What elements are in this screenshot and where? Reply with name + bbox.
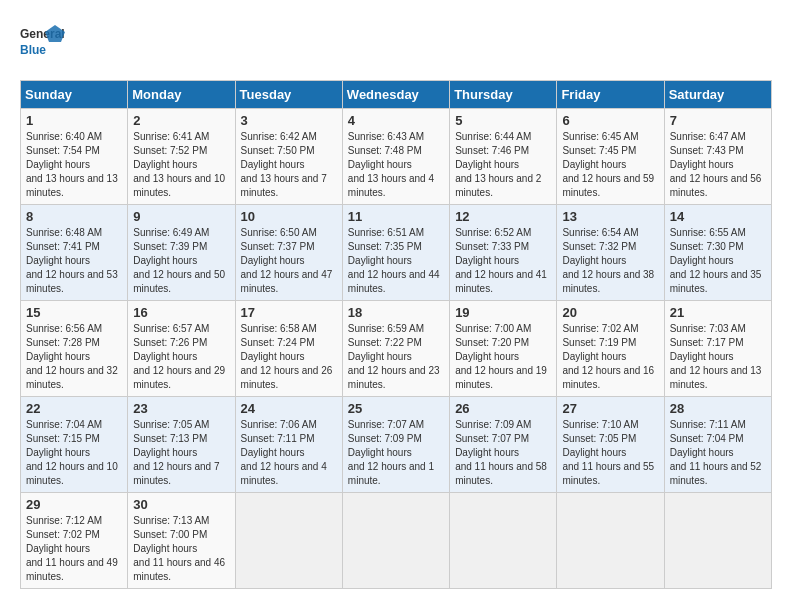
day-info: Sunrise: 7:10 AM Sunset: 7:05 PM Dayligh… [562,418,658,488]
day-info: Sunrise: 6:48 AM Sunset: 7:41 PM Dayligh… [26,226,122,296]
daylight-label: Daylight hours [562,447,626,458]
daylight-label: Daylight hours [455,351,519,362]
sunset-label: Sunset: 7:32 PM [562,241,636,252]
sunset-label: Sunset: 7:13 PM [133,433,207,444]
logo-svg: General Blue [20,20,70,70]
day-number: 3 [241,113,337,128]
calendar-cell: 24 Sunrise: 7:06 AM Sunset: 7:11 PM Dayl… [235,397,342,493]
calendar-cell [664,493,771,589]
calendar-cell: 20 Sunrise: 7:02 AM Sunset: 7:19 PM Dayl… [557,301,664,397]
day-info: Sunrise: 6:52 AM Sunset: 7:33 PM Dayligh… [455,226,551,296]
day-info: Sunrise: 6:41 AM Sunset: 7:52 PM Dayligh… [133,130,229,200]
daylight-duration: and 12 hours and 59 minutes. [562,173,654,198]
day-number: 1 [26,113,122,128]
daylight-label: Daylight hours [241,159,305,170]
day-info: Sunrise: 6:50 AM Sunset: 7:37 PM Dayligh… [241,226,337,296]
weekday-header-wednesday: Wednesday [342,81,449,109]
daylight-duration: and 12 hours and 44 minutes. [348,269,440,294]
day-info: Sunrise: 7:03 AM Sunset: 7:17 PM Dayligh… [670,322,766,392]
sunrise-label: Sunrise: 7:07 AM [348,419,424,430]
daylight-duration: and 12 hours and 38 minutes. [562,269,654,294]
daylight-duration: and 12 hours and 7 minutes. [133,461,219,486]
day-number: 27 [562,401,658,416]
weekday-header-tuesday: Tuesday [235,81,342,109]
calendar-cell: 16 Sunrise: 6:57 AM Sunset: 7:26 PM Dayl… [128,301,235,397]
day-info: Sunrise: 6:54 AM Sunset: 7:32 PM Dayligh… [562,226,658,296]
day-number: 23 [133,401,229,416]
daylight-duration: and 12 hours and 41 minutes. [455,269,547,294]
sunrise-label: Sunrise: 6:45 AM [562,131,638,142]
daylight-label: Daylight hours [241,351,305,362]
calendar-cell: 19 Sunrise: 7:00 AM Sunset: 7:20 PM Dayl… [450,301,557,397]
daylight-duration: and 12 hours and 56 minutes. [670,173,762,198]
day-info: Sunrise: 6:57 AM Sunset: 7:26 PM Dayligh… [133,322,229,392]
daylight-label: Daylight hours [562,351,626,362]
sunset-label: Sunset: 7:09 PM [348,433,422,444]
day-info: Sunrise: 6:59 AM Sunset: 7:22 PM Dayligh… [348,322,444,392]
weekday-header-friday: Friday [557,81,664,109]
sunset-label: Sunset: 7:45 PM [562,145,636,156]
sunset-label: Sunset: 7:41 PM [26,241,100,252]
calendar-week-1: 1 Sunrise: 6:40 AM Sunset: 7:54 PM Dayli… [21,109,772,205]
sunrise-label: Sunrise: 7:11 AM [670,419,746,430]
sunrise-label: Sunrise: 7:06 AM [241,419,317,430]
calendar-cell: 18 Sunrise: 6:59 AM Sunset: 7:22 PM Dayl… [342,301,449,397]
calendar-cell: 12 Sunrise: 6:52 AM Sunset: 7:33 PM Dayl… [450,205,557,301]
calendar-cell: 17 Sunrise: 6:58 AM Sunset: 7:24 PM Dayl… [235,301,342,397]
daylight-duration: and 12 hours and 29 minutes. [133,365,225,390]
daylight-label: Daylight hours [348,351,412,362]
calendar-cell: 2 Sunrise: 6:41 AM Sunset: 7:52 PM Dayli… [128,109,235,205]
sunrise-label: Sunrise: 6:42 AM [241,131,317,142]
daylight-duration: and 12 hours and 13 minutes. [670,365,762,390]
sunset-label: Sunset: 7:11 PM [241,433,315,444]
day-number: 6 [562,113,658,128]
day-number: 18 [348,305,444,320]
calendar-cell: 11 Sunrise: 6:51 AM Sunset: 7:35 PM Dayl… [342,205,449,301]
daylight-duration: and 13 hours and 7 minutes. [241,173,327,198]
sunrise-label: Sunrise: 6:59 AM [348,323,424,334]
sunset-label: Sunset: 7:24 PM [241,337,315,348]
sunrise-label: Sunrise: 6:56 AM [26,323,102,334]
day-number: 30 [133,497,229,512]
calendar-week-2: 8 Sunrise: 6:48 AM Sunset: 7:41 PM Dayli… [21,205,772,301]
daylight-duration: and 12 hours and 10 minutes. [26,461,118,486]
sunset-label: Sunset: 7:37 PM [241,241,315,252]
daylight-duration: and 12 hours and 47 minutes. [241,269,333,294]
sunset-label: Sunset: 7:35 PM [348,241,422,252]
day-info: Sunrise: 7:02 AM Sunset: 7:19 PM Dayligh… [562,322,658,392]
sunrise-label: Sunrise: 7:13 AM [133,515,209,526]
sunset-label: Sunset: 7:15 PM [26,433,100,444]
calendar-cell: 21 Sunrise: 7:03 AM Sunset: 7:17 PM Dayl… [664,301,771,397]
sunrise-label: Sunrise: 7:12 AM [26,515,102,526]
calendar-cell: 22 Sunrise: 7:04 AM Sunset: 7:15 PM Dayl… [21,397,128,493]
daylight-duration: and 13 hours and 10 minutes. [133,173,225,198]
sunset-label: Sunset: 7:22 PM [348,337,422,348]
daylight-label: Daylight hours [26,255,90,266]
daylight-duration: and 11 hours and 52 minutes. [670,461,762,486]
day-number: 12 [455,209,551,224]
calendar-cell: 1 Sunrise: 6:40 AM Sunset: 7:54 PM Dayli… [21,109,128,205]
daylight-duration: and 12 hours and 53 minutes. [26,269,118,294]
sunrise-label: Sunrise: 6:54 AM [562,227,638,238]
sunset-label: Sunset: 7:17 PM [670,337,744,348]
daylight-label: Daylight hours [348,447,412,458]
calendar-cell: 8 Sunrise: 6:48 AM Sunset: 7:41 PM Dayli… [21,205,128,301]
daylight-label: Daylight hours [670,255,734,266]
day-info: Sunrise: 6:42 AM Sunset: 7:50 PM Dayligh… [241,130,337,200]
calendar-cell: 9 Sunrise: 6:49 AM Sunset: 7:39 PM Dayli… [128,205,235,301]
daylight-duration: and 12 hours and 26 minutes. [241,365,333,390]
day-number: 5 [455,113,551,128]
calendar-cell: 27 Sunrise: 7:10 AM Sunset: 7:05 PM Dayl… [557,397,664,493]
weekday-header-sunday: Sunday [21,81,128,109]
day-info: Sunrise: 7:07 AM Sunset: 7:09 PM Dayligh… [348,418,444,488]
day-info: Sunrise: 6:58 AM Sunset: 7:24 PM Dayligh… [241,322,337,392]
day-number: 29 [26,497,122,512]
calendar-cell: 13 Sunrise: 6:54 AM Sunset: 7:32 PM Dayl… [557,205,664,301]
day-info: Sunrise: 6:43 AM Sunset: 7:48 PM Dayligh… [348,130,444,200]
day-number: 8 [26,209,122,224]
calendar-cell: 14 Sunrise: 6:55 AM Sunset: 7:30 PM Dayl… [664,205,771,301]
sunset-label: Sunset: 7:00 PM [133,529,207,540]
sunset-label: Sunset: 7:28 PM [26,337,100,348]
day-info: Sunrise: 6:55 AM Sunset: 7:30 PM Dayligh… [670,226,766,296]
daylight-duration: and 13 hours and 2 minutes. [455,173,541,198]
